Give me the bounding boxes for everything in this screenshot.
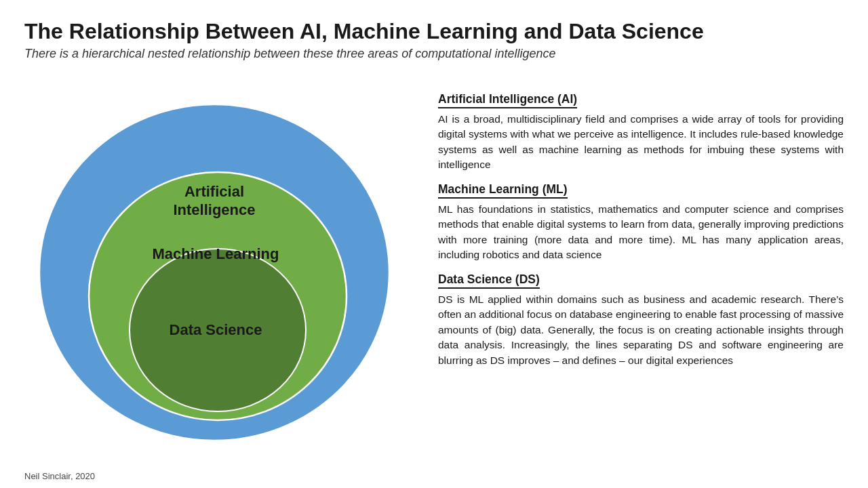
ai-term-body: AI is a broad, multidisciplinary field a… — [438, 112, 844, 173]
ai-term-title: Artificial Intelligence (AI) — [438, 92, 577, 108]
venn-diagram: Artificial Intelligence Machine Learning… — [31, 96, 411, 449]
ai-label: Artificial — [184, 183, 244, 200]
ds-term-block: Data Science (DS) DS is ML applied withi… — [438, 272, 844, 368]
page-title: The Relationship Between AI, Machine Lea… — [24, 19, 844, 44]
ml-term-body: ML has foundations in statistics, mathem… — [438, 202, 844, 263]
venn-diagram-section: Artificial Intelligence Machine Learning… — [24, 89, 418, 455]
footer-credit: Neil Sinclair, 2020 — [24, 471, 95, 481]
header-section: The Relationship Between AI, Machine Lea… — [24, 19, 844, 61]
ml-term-title: Machine Learning (ML) — [438, 182, 568, 199]
ml-term-block: Machine Learning (ML) ML has foundations… — [438, 182, 844, 263]
ml-label: Machine Learning — [152, 245, 279, 262]
ds-term-title: Data Science (DS) — [438, 272, 540, 289]
ds-term-body: DS is ML applied within domains such as … — [438, 292, 844, 368]
ds-label: Data Science — [170, 321, 262, 338]
page-subtitle: There is a hierarchical nested relations… — [24, 47, 844, 61]
text-section: Artificial Intelligence (AI) AI is a bro… — [438, 89, 844, 455]
ai-label-2: Intelligence — [173, 201, 255, 218]
ai-term-block: Artificial Intelligence (AI) AI is a bro… — [438, 92, 844, 173]
page-container: The Relationship Between AI, Machine Lea… — [0, 0, 868, 488]
content-row: Artificial Intelligence Machine Learning… — [24, 70, 844, 474]
